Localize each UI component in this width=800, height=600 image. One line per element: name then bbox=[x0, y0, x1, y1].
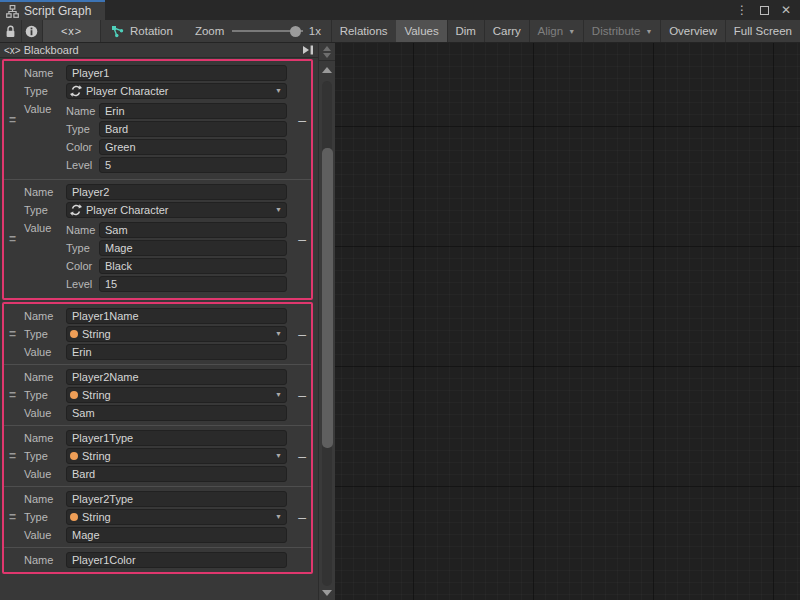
maximize-icon[interactable] bbox=[756, 2, 772, 18]
carry-button[interactable]: Carry bbox=[485, 20, 529, 42]
zoom-label: Zoom bbox=[195, 25, 224, 37]
color-label: Color bbox=[66, 260, 99, 272]
type-label: Type bbox=[66, 242, 99, 254]
lock-button[interactable] bbox=[0, 20, 21, 42]
drag-handle-icon[interactable]: = bbox=[9, 232, 15, 246]
full-screen-button[interactable]: Full Screen bbox=[726, 20, 800, 42]
drag-handle-icon[interactable]: = bbox=[9, 388, 15, 402]
value-name-input[interactable]: Erin bbox=[99, 103, 287, 119]
value-level-input[interactable]: 5 bbox=[99, 157, 287, 173]
align-dropdown-button[interactable]: Align ▼ bbox=[530, 20, 584, 42]
variable-name-input[interactable]: Player1Type bbox=[66, 430, 287, 446]
scrollbar-up-arrow-icon[interactable] bbox=[322, 67, 332, 73]
variables-glyph-icon: <x> bbox=[4, 45, 21, 56]
chevron-down-icon: ▼ bbox=[275, 327, 282, 341]
values-button[interactable]: Values bbox=[396, 20, 446, 42]
variable-value-input[interactable]: Sam bbox=[66, 405, 287, 421]
name-label: Name bbox=[24, 310, 66, 322]
variable-type-dropdown[interactable]: Player Character ▼ bbox=[66, 202, 287, 218]
value-color-input[interactable]: Black bbox=[99, 258, 287, 274]
scrollbar-down-arrow-icon[interactable] bbox=[322, 590, 332, 596]
blackboard-header: <x> Blackboard bbox=[0, 43, 318, 58]
drag-handle-icon[interactable]: = bbox=[9, 510, 15, 524]
type-label: Type bbox=[24, 85, 66, 97]
chevron-down-icon: ▼ bbox=[275, 84, 282, 98]
variable-name-input[interactable]: Player2 bbox=[66, 184, 287, 200]
variable-type-dropdown[interactable]: Player Character ▼ bbox=[66, 83, 287, 99]
scrollbar-thumb[interactable] bbox=[322, 148, 333, 448]
overview-button[interactable]: Overview bbox=[661, 20, 725, 42]
variable-name-input[interactable]: Player2Name bbox=[66, 369, 287, 385]
remove-variable-button[interactable]: – bbox=[298, 115, 306, 125]
blackboard-scrollbar bbox=[318, 43, 335, 600]
value-label: Value bbox=[24, 468, 66, 480]
scroll-down-small-icon[interactable] bbox=[323, 53, 331, 58]
scroll-mini-arrows bbox=[319, 43, 335, 61]
chevron-down-icon: ▼ bbox=[275, 449, 282, 463]
string-type-icon bbox=[70, 452, 78, 460]
variable-value-input[interactable]: Mage bbox=[66, 527, 287, 543]
variable-group-strings: = – Name Player1Name Type String ▼ Value… bbox=[2, 302, 313, 574]
graph-toolbar: <x> Rotation Zoom 1x Relations Values Di… bbox=[0, 20, 800, 43]
variable-name-input[interactable]: Player2Type bbox=[66, 491, 287, 507]
dock-panel-icon[interactable] bbox=[302, 45, 314, 55]
drag-handle-icon[interactable]: = bbox=[9, 327, 15, 341]
tab-bar: Script Graph ⋮ ✕ bbox=[0, 0, 800, 20]
variable-type-dropdown[interactable]: String ▼ bbox=[66, 509, 287, 525]
chevron-down-icon: ▼ bbox=[568, 28, 575, 35]
scroll-up-small-icon[interactable] bbox=[323, 46, 331, 51]
remove-variable-button[interactable]: – bbox=[298, 512, 306, 522]
string-type-icon bbox=[70, 391, 78, 399]
value-name-input[interactable]: Sam bbox=[99, 222, 287, 238]
info-button[interactable] bbox=[21, 20, 42, 42]
name-label: Name bbox=[24, 554, 66, 566]
chevron-down-icon: ▼ bbox=[645, 28, 652, 35]
type-label: Type bbox=[24, 450, 66, 462]
drag-handle-icon[interactable]: = bbox=[9, 113, 15, 127]
level-label: Level bbox=[66, 159, 99, 171]
string-type-icon bbox=[70, 330, 78, 338]
variable-name-input[interactable]: Player1Color bbox=[66, 552, 287, 568]
info-icon bbox=[25, 25, 38, 38]
value-type-input[interactable]: Mage bbox=[99, 240, 287, 256]
remove-variable-button[interactable]: – bbox=[298, 390, 306, 400]
zoom-slider[interactable] bbox=[232, 20, 302, 42]
script-graph-window: Script Graph ⋮ ✕ <x> bbox=[0, 0, 800, 600]
name-label: Name bbox=[66, 224, 99, 236]
tab-script-graph[interactable]: Script Graph bbox=[0, 0, 105, 20]
variable-name-input[interactable]: Player1 bbox=[66, 65, 287, 81]
blackboard-toggle-button[interactable]: <x> bbox=[43, 20, 100, 42]
variable-value-input[interactable]: Erin bbox=[66, 344, 287, 360]
variable-type-dropdown[interactable]: String ▼ bbox=[66, 387, 287, 403]
value-label: Value bbox=[24, 220, 66, 234]
drag-handle-icon[interactable]: = bbox=[9, 449, 15, 463]
remove-variable-button[interactable]: – bbox=[298, 234, 306, 244]
remove-variable-button[interactable]: – bbox=[298, 451, 306, 461]
level-label: Level bbox=[66, 278, 99, 290]
value-label: Value bbox=[24, 101, 66, 115]
distribute-dropdown-button[interactable]: Distribute ▼ bbox=[584, 20, 661, 42]
graph-canvas[interactable] bbox=[335, 43, 800, 600]
variable-block-player2type: = – Name Player2Type Type String ▼ Value… bbox=[4, 486, 311, 547]
relations-button[interactable]: Relations bbox=[332, 20, 396, 42]
variable-type-dropdown[interactable]: String ▼ bbox=[66, 448, 287, 464]
variable-block-player1color: Name Player1Color bbox=[4, 547, 311, 572]
rotation-button[interactable]: Rotation bbox=[101, 20, 185, 42]
zoom-slider-thumb[interactable] bbox=[290, 26, 301, 37]
variable-block-player2: = – Name Player2 Type bbox=[4, 179, 311, 298]
remove-variable-button[interactable]: – bbox=[298, 329, 306, 339]
window-menu-icon[interactable]: ⋮ bbox=[734, 2, 750, 18]
value-label: Value bbox=[24, 529, 66, 541]
value-type-input[interactable]: Bard bbox=[99, 121, 287, 137]
zoom-value: 1x bbox=[309, 25, 321, 37]
value-level-input[interactable]: 15 bbox=[99, 276, 287, 292]
variable-type-dropdown[interactable]: String ▼ bbox=[66, 326, 287, 342]
close-icon[interactable]: ✕ bbox=[778, 2, 794, 18]
variable-block-player1name: = – Name Player1Name Type String ▼ Value… bbox=[4, 304, 311, 364]
type-label: Type bbox=[24, 511, 66, 523]
player-character-type-icon bbox=[70, 85, 82, 97]
variable-value-input[interactable]: Bard bbox=[66, 466, 287, 482]
value-color-input[interactable]: Green bbox=[99, 139, 287, 155]
variable-name-input[interactable]: Player1Name bbox=[66, 308, 287, 324]
dim-button[interactable]: Dim bbox=[447, 20, 483, 42]
